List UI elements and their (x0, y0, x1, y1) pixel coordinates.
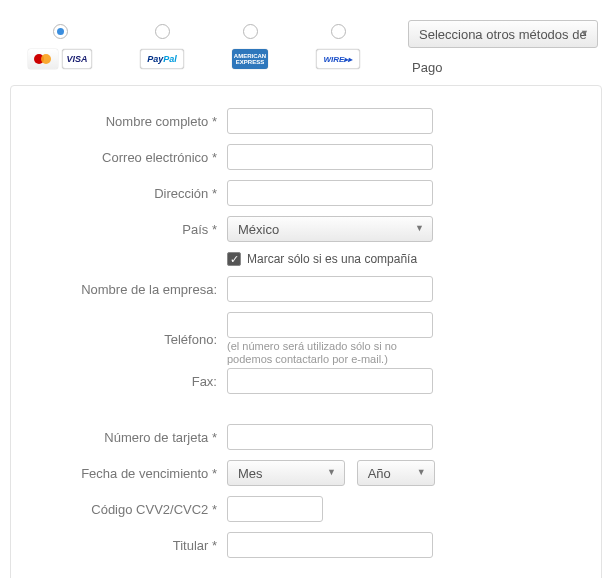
company-name-input[interactable] (227, 276, 433, 302)
mastercard-icon (28, 49, 58, 69)
other-methods-label: Pago (408, 60, 598, 75)
method-wire[interactable]: WIRE▸▸ (316, 20, 360, 69)
payment-method-row: VISA PayPal AMERICAN EXPRESS WIRE▸▸ Sele… (0, 20, 612, 81)
amex-icon: AMERICAN EXPRESS (232, 49, 268, 69)
expiry-year-select[interactable]: Año (357, 460, 435, 486)
full-name-input[interactable] (227, 108, 433, 134)
card-brand-icons: VISA (28, 49, 92, 69)
card-number-input[interactable] (227, 424, 433, 450)
method-amex[interactable]: AMERICAN EXPRESS (232, 20, 268, 69)
method-paypal[interactable]: PayPal (140, 20, 184, 69)
company-checkbox-label: Marcar sólo si es una compañía (247, 252, 417, 266)
label-full-name: Nombre completo * (31, 114, 227, 129)
radio-wire[interactable] (331, 24, 346, 39)
visa-icon: VISA (62, 49, 92, 69)
label-holder: Titular * (31, 538, 227, 553)
phone-hint: (el número será utilizado sólo si no pod… (227, 340, 437, 366)
label-expiry: Fecha de vencimiento * (31, 466, 227, 481)
card-holder-input[interactable] (227, 532, 433, 558)
paypal-icon: PayPal (140, 49, 184, 69)
billing-panel: Nombre completo * Correo electrónico * D… (10, 85, 602, 578)
label-country: País * (31, 222, 227, 237)
email-input[interactable] (227, 144, 433, 170)
radio-paypal[interactable] (155, 24, 170, 39)
country-select[interactable]: México (227, 216, 433, 242)
expiry-month-select[interactable]: Mes (227, 460, 345, 486)
label-email: Correo electrónico * (31, 150, 227, 165)
label-company-name: Nombre de la empresa: (31, 282, 227, 297)
phone-input[interactable] (227, 312, 433, 338)
other-methods-col: Selecciona otros métodos de Pago (408, 20, 598, 75)
company-checkbox[interactable]: ✓ (227, 252, 241, 266)
label-phone: Teléfono: (31, 332, 227, 347)
label-address: Dirección * (31, 186, 227, 201)
address-input[interactable] (227, 180, 433, 206)
label-card-number: Número de tarjeta * (31, 430, 227, 445)
radio-card[interactable] (53, 24, 68, 39)
radio-amex[interactable] (243, 24, 258, 39)
label-fax: Fax: (31, 374, 227, 389)
method-card[interactable]: VISA (28, 20, 92, 69)
label-cvv: Código CVV2/CVC2 * (31, 502, 227, 517)
cvv-input[interactable] (227, 496, 323, 522)
wire-icon: WIRE▸▸ (316, 49, 360, 69)
fax-input[interactable] (227, 368, 433, 394)
other-methods-select[interactable]: Selecciona otros métodos de (408, 20, 598, 48)
